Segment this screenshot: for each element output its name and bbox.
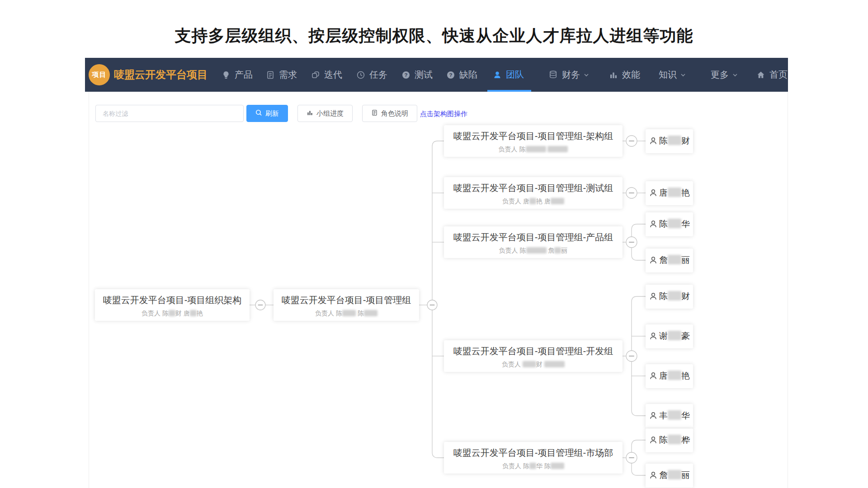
censored-text <box>668 219 681 228</box>
collapse-toggle[interactable] <box>626 452 637 463</box>
censored-text <box>342 310 356 316</box>
censored-text <box>668 435 681 444</box>
nav-item-3[interactable]: 任务 <box>356 58 387 92</box>
nav-item-1[interactable]: 需求 <box>266 58 297 92</box>
node-leaders: 负责人 陈 <box>444 145 623 154</box>
member-node-2-1[interactable]: 詹丽 <box>646 249 693 272</box>
person-icon <box>649 471 658 480</box>
censored-text <box>364 310 377 316</box>
censored-text <box>529 198 536 204</box>
member-name: 陈华 <box>659 218 690 230</box>
org-node-group-3[interactable]: 唛盟云开发平台项目-项目管理组-开发组负责人 财 <box>444 340 623 372</box>
member-name: 詹丽 <box>659 469 690 481</box>
iteration-icon <box>311 70 320 80</box>
censored-text <box>526 247 547 253</box>
member-name: 谢豪 <box>659 330 690 342</box>
member-node-3-3[interactable]: 丰华 <box>646 404 693 428</box>
group-progress-button[interactable]: 小组进度 <box>297 105 353 122</box>
document-icon <box>371 109 378 117</box>
censored-text <box>190 310 197 316</box>
person-icon <box>649 256 658 265</box>
node-leaders: 负责人 财 <box>444 361 623 369</box>
censored-text <box>668 188 681 197</box>
censored-text <box>668 291 681 300</box>
person-icon <box>649 436 658 445</box>
member-node-4-0[interactable]: 陈桦 <box>646 428 693 452</box>
page-title: 支持多层级组织、按层级控制权限、快速从企业人才库拉人进组等功能 <box>0 25 868 47</box>
member-node-4-1[interactable]: 詹丽 <box>646 464 693 488</box>
org-node-root[interactable]: 唛盟云开发平台项目-项目组织架构负责人 陈财 唐艳 <box>95 289 250 321</box>
member-node-1-0[interactable]: 唐艳 <box>646 181 693 205</box>
project-logo-badge: 项目 <box>89 64 110 85</box>
refresh-button[interactable]: 刷新 <box>246 105 288 122</box>
person-icon <box>649 220 658 229</box>
censored-text <box>668 331 681 340</box>
collapse-toggle[interactable] <box>255 300 265 310</box>
member-node-0-0[interactable]: 陈财 <box>646 129 693 153</box>
censored-text <box>668 371 681 380</box>
top-navbar: 项目 唛盟云开发平台项目 产品需求迭代任务?测试?缺陷团队财务效能知识更多首页 <box>85 58 788 92</box>
collapse-toggle[interactable] <box>427 300 437 310</box>
censored-text <box>169 310 175 316</box>
nav-item-5[interactable]: ?缺陷 <box>446 58 477 92</box>
svg-text:?: ? <box>449 72 452 78</box>
collapse-toggle[interactable] <box>626 237 637 248</box>
member-node-3-1[interactable]: 谢豪 <box>646 324 693 348</box>
database-icon <box>548 70 558 80</box>
member-name: 唐艳 <box>659 187 690 199</box>
chevron-down-icon <box>680 72 686 78</box>
svg-text:?: ? <box>404 72 407 78</box>
member-name: 陈财 <box>659 135 690 147</box>
node-title: 唛盟云开发平台项目-项目管理组-产品组 <box>444 231 623 244</box>
chevron-down-icon <box>583 72 590 78</box>
role-description-button[interactable]: 角色说明 <box>362 105 417 122</box>
chevron-down-icon <box>732 72 738 78</box>
censored-text <box>551 463 564 469</box>
collapse-toggle[interactable] <box>626 351 637 361</box>
person-icon <box>649 411 658 420</box>
name-filter-input[interactable] <box>95 105 244 122</box>
node-leaders: 负责人 陈 詹丽 <box>444 247 623 255</box>
collapse-toggle[interactable] <box>626 188 637 198</box>
search-icon <box>255 109 262 117</box>
org-node-group-2[interactable]: 唛盟云开发平台项目-项目管理组-产品组负责人 陈 詹丽 <box>444 226 623 258</box>
clock-icon <box>356 70 365 80</box>
node-title: 唛盟云开发平台项目-项目组织架构 <box>95 294 250 306</box>
censored-text <box>529 463 536 469</box>
node-leaders: 负责人 唐艳 唐 <box>444 197 623 206</box>
nav-item-6-active[interactable]: 团队 <box>493 58 524 92</box>
org-node-group-1[interactable]: 唛盟云开发平台项目-项目管理组-测试组负责人 唐艳 唐 <box>444 177 623 209</box>
chart-operation-link[interactable]: 点击架构图操作 <box>420 110 467 118</box>
censored-text <box>668 410 681 420</box>
nav-item-11[interactable]: 首页 <box>756 58 788 92</box>
person-icon <box>649 188 658 197</box>
nav-item-7[interactable]: 财务 <box>548 58 590 92</box>
team-icon <box>493 70 502 80</box>
member-name: 陈财 <box>659 291 690 302</box>
bar-chart-icon <box>307 109 313 117</box>
member-node-2-0[interactable]: 陈华 <box>646 212 693 236</box>
nav-item-2[interactable]: 迭代 <box>311 58 342 92</box>
member-node-3-2[interactable]: 唐艳 <box>646 364 693 388</box>
member-name: 唐艳 <box>659 370 690 382</box>
member-node-3-0[interactable]: 陈财 <box>646 285 693 309</box>
org-node-group-4[interactable]: 唛盟云开发平台项目-项目管理组-市场部负责人 陈华 陈 <box>444 442 623 474</box>
org-node-manager[interactable]: 唛盟云开发平台项目-项目管理组负责人 陈 陈 <box>274 289 419 321</box>
nav-item-4[interactable]: ?测试 <box>401 58 433 92</box>
node-title: 唛盟云开发平台项目-项目管理组-架构组 <box>444 130 623 142</box>
collapse-toggle[interactable] <box>626 136 637 146</box>
node-title: 唛盟云开发平台项目-项目管理组-开发组 <box>444 345 623 357</box>
project-name: 唛盟云开发平台项目 <box>114 58 208 92</box>
nav-item-10[interactable]: 更多 <box>711 58 738 92</box>
node-title: 唛盟云开发平台项目-项目管理组 <box>274 294 419 306</box>
nav-item-8[interactable]: 效能 <box>609 58 640 92</box>
node-leaders: 负责人 陈财 唐艳 <box>95 310 250 318</box>
nav-item-9[interactable]: 知识 <box>659 58 686 92</box>
person-icon <box>649 371 658 380</box>
member-name: 丰华 <box>659 410 690 422</box>
censored-text <box>668 136 681 145</box>
person-icon <box>649 136 658 145</box>
org-node-group-0[interactable]: 唛盟云开发平台项目-项目管理组-架构组负责人 陈 <box>444 125 623 157</box>
censored-text <box>668 470 681 479</box>
nav-item-0[interactable]: 产品 <box>222 58 253 92</box>
